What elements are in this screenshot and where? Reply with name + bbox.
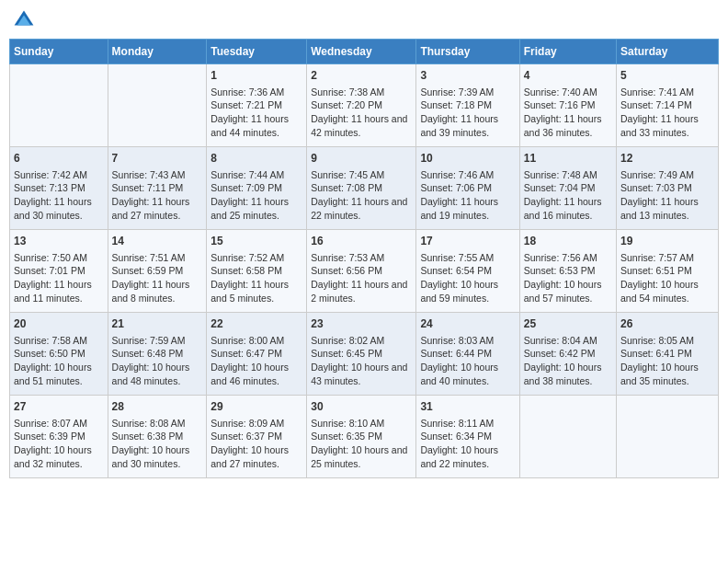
weekday-header: Sunday (10, 40, 108, 64)
daylight-text: Daylight: 10 hours and 51 minutes. (14, 361, 104, 387)
sunrise-text: Sunrise: 7:50 AM (14, 251, 104, 265)
calendar-cell: 14Sunrise: 7:51 AMSunset: 6:59 PMDayligh… (108, 230, 207, 313)
logo (13, 9, 37, 31)
calendar-cell: 4Sunrise: 7:40 AMSunset: 7:16 PMDaylight… (519, 64, 616, 147)
sunset-text: Sunset: 7:21 PM (210, 98, 302, 112)
daylight-text: Daylight: 11 hours and 16 minutes. (524, 195, 612, 222)
daylight-text: Daylight: 10 hours and 40 minutes. (420, 361, 515, 387)
sunrise-text: Sunrise: 7:36 AM (210, 86, 302, 99)
calendar-cell: 11Sunrise: 7:48 AMSunset: 7:04 PMDayligh… (519, 147, 616, 230)
day-number: 13 (14, 234, 104, 249)
sunset-text: Sunset: 7:16 PM (524, 98, 612, 112)
calendar-cell: 15Sunrise: 7:52 AMSunset: 6:58 PMDayligh… (207, 230, 307, 313)
sunset-text: Sunset: 6:50 PM (14, 347, 104, 361)
weekday-header: Saturday (617, 40, 719, 64)
calendar-table: SundayMondayTuesdayWednesdayThursdayFrid… (9, 39, 719, 478)
day-number: 22 (210, 316, 302, 332)
day-number: 1 (210, 68, 302, 84)
sunset-text: Sunset: 6:54 PM (420, 264, 515, 278)
day-number: 23 (311, 316, 412, 332)
sunset-text: Sunset: 6:58 PM (210, 264, 302, 278)
daylight-text: Daylight: 10 hours and 59 minutes. (420, 278, 515, 304)
daylight-text: Daylight: 11 hours and 5 minutes. (210, 278, 302, 304)
sunrise-text: Sunrise: 7:41 AM (620, 86, 714, 99)
sunset-text: Sunset: 6:51 PM (620, 264, 714, 278)
daylight-text: Daylight: 10 hours and 46 minutes. (210, 361, 302, 387)
weekday-header: Tuesday (207, 40, 307, 64)
day-number: 4 (524, 68, 612, 84)
calendar-cell: 19Sunrise: 7:57 AMSunset: 6:51 PMDayligh… (617, 230, 719, 313)
page-header (9, 9, 719, 31)
sunrise-text: Sunrise: 7:46 AM (420, 168, 515, 182)
day-number: 2 (311, 68, 412, 84)
day-number: 14 (112, 234, 203, 249)
day-number: 19 (620, 234, 714, 249)
sunrise-text: Sunrise: 7:49 AM (620, 168, 714, 182)
daylight-text: Daylight: 11 hours and 13 minutes. (620, 195, 714, 222)
calendar-week-row: 13Sunrise: 7:50 AMSunset: 7:01 PMDayligh… (10, 230, 719, 313)
sunset-text: Sunset: 6:53 PM (524, 264, 612, 278)
day-number: 30 (311, 399, 412, 415)
day-number: 8 (210, 151, 302, 167)
calendar-cell: 29Sunrise: 8:09 AMSunset: 6:37 PMDayligh… (207, 396, 307, 478)
calendar-week-row: 1Sunrise: 7:36 AMSunset: 7:21 PMDaylight… (10, 64, 719, 147)
calendar-cell: 7Sunrise: 7:43 AMSunset: 7:11 PMDaylight… (108, 147, 207, 230)
weekday-header: Friday (519, 40, 616, 64)
daylight-text: Daylight: 11 hours and 8 minutes. (112, 278, 203, 304)
sunset-text: Sunset: 6:38 PM (112, 430, 203, 443)
calendar-cell: 12Sunrise: 7:49 AMSunset: 7:03 PMDayligh… (617, 147, 719, 230)
sunset-text: Sunset: 6:56 PM (311, 264, 412, 278)
sunset-text: Sunset: 6:45 PM (311, 347, 412, 361)
daylight-text: Daylight: 11 hours and 39 minutes. (420, 112, 515, 139)
sunrise-text: Sunrise: 8:00 AM (210, 334, 302, 348)
daylight-text: Daylight: 11 hours and 11 minutes. (14, 278, 104, 304)
calendar-cell (519, 396, 616, 478)
calendar-cell: 5Sunrise: 7:41 AMSunset: 7:14 PMDaylight… (617, 64, 719, 147)
day-number: 18 (524, 234, 612, 249)
calendar-cell: 17Sunrise: 7:55 AMSunset: 6:54 PMDayligh… (416, 230, 519, 313)
sunrise-text: Sunrise: 8:09 AM (210, 417, 302, 431)
sunset-text: Sunset: 6:47 PM (210, 347, 302, 361)
daylight-text: Daylight: 11 hours and 42 minutes. (311, 112, 412, 139)
day-number: 9 (311, 151, 412, 167)
day-number: 5 (620, 68, 714, 84)
weekday-header-row: SundayMondayTuesdayWednesdayThursdayFrid… (10, 40, 719, 64)
calendar-cell: 24Sunrise: 8:03 AMSunset: 6:44 PMDayligh… (416, 313, 519, 396)
day-number: 12 (620, 151, 714, 167)
day-number: 27 (14, 399, 104, 415)
calendar-cell: 9Sunrise: 7:45 AMSunset: 7:08 PMDaylight… (307, 147, 416, 230)
day-number: 28 (112, 399, 203, 415)
sunrise-text: Sunrise: 8:02 AM (311, 334, 412, 348)
sunset-text: Sunset: 6:59 PM (112, 264, 203, 278)
day-number: 25 (524, 316, 612, 332)
calendar-cell: 22Sunrise: 8:00 AMSunset: 6:47 PMDayligh… (207, 313, 307, 396)
sunrise-text: Sunrise: 7:48 AM (524, 168, 612, 182)
sunrise-text: Sunrise: 8:08 AM (112, 417, 203, 431)
daylight-text: Daylight: 10 hours and 38 minutes. (524, 361, 612, 387)
calendar-cell: 2Sunrise: 7:38 AMSunset: 7:20 PMDaylight… (307, 64, 416, 147)
calendar-cell: 25Sunrise: 8:04 AMSunset: 6:42 PMDayligh… (519, 313, 616, 396)
daylight-text: Daylight: 11 hours and 36 minutes. (524, 112, 612, 139)
daylight-text: Daylight: 10 hours and 27 minutes. (210, 443, 302, 470)
sunset-text: Sunset: 7:20 PM (311, 98, 412, 112)
sunrise-text: Sunrise: 7:43 AM (112, 168, 203, 182)
calendar-cell (617, 396, 719, 478)
sunset-text: Sunset: 7:08 PM (311, 181, 412, 195)
day-number: 7 (112, 151, 203, 167)
daylight-text: Daylight: 11 hours and 22 minutes. (311, 195, 412, 222)
calendar-cell: 28Sunrise: 8:08 AMSunset: 6:38 PMDayligh… (108, 396, 207, 478)
calendar-cell: 26Sunrise: 8:05 AMSunset: 6:41 PMDayligh… (617, 313, 719, 396)
calendar-cell: 30Sunrise: 8:10 AMSunset: 6:35 PMDayligh… (307, 396, 416, 478)
day-number: 10 (420, 151, 515, 167)
calendar-cell: 31Sunrise: 8:11 AMSunset: 6:34 PMDayligh… (416, 396, 519, 478)
day-number: 31 (420, 399, 515, 415)
daylight-text: Daylight: 10 hours and 48 minutes. (112, 361, 203, 387)
day-number: 16 (311, 234, 412, 249)
day-number: 24 (420, 316, 515, 332)
sunset-text: Sunset: 7:01 PM (14, 264, 104, 278)
daylight-text: Daylight: 10 hours and 32 minutes. (14, 443, 104, 470)
daylight-text: Daylight: 10 hours and 57 minutes. (524, 278, 612, 304)
daylight-text: Daylight: 10 hours and 35 minutes. (620, 361, 714, 387)
calendar-week-row: 20Sunrise: 7:58 AMSunset: 6:50 PMDayligh… (10, 313, 719, 396)
sunrise-text: Sunrise: 7:59 AM (112, 334, 203, 348)
